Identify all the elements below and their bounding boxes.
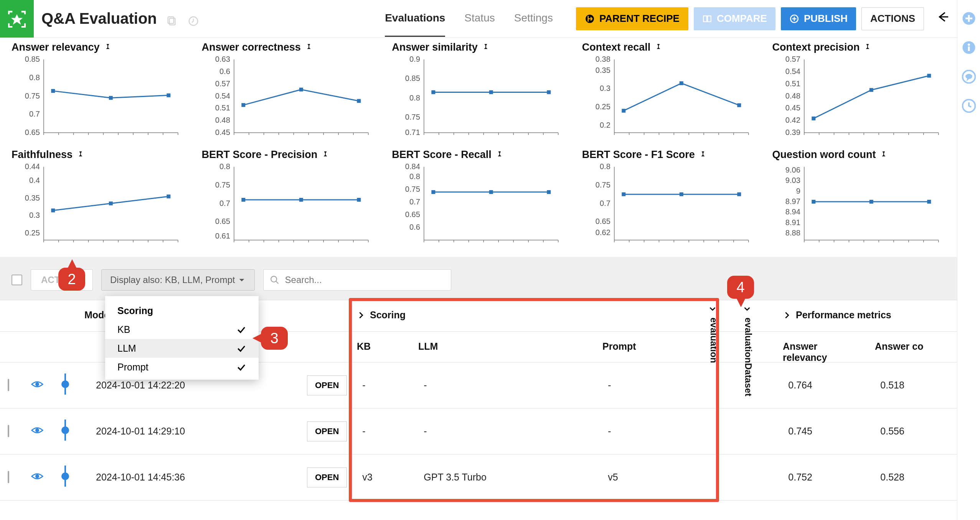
answer-correctness-header: Answer co <box>867 332 957 362</box>
pin-icon[interactable] <box>305 43 313 52</box>
mini-chart: BERT Score - Precision 0.610.650.70.750.… <box>202 149 375 249</box>
svg-rect-48 <box>357 99 361 103</box>
open-button[interactable]: OPEN <box>307 467 347 487</box>
svg-rect-109 <box>869 88 873 92</box>
open-button[interactable]: OPEN <box>307 375 347 395</box>
copy-icon[interactable] <box>167 13 178 25</box>
svg-rect-67 <box>489 90 493 94</box>
svg-rect-66 <box>431 90 435 94</box>
back-arrow-icon[interactable] <box>936 10 949 27</box>
svg-rect-170 <box>489 190 493 194</box>
tab-status[interactable]: Status <box>464 0 495 37</box>
svg-text:0.7: 0.7 <box>219 199 230 207</box>
tab-evaluations[interactable]: Evaluations <box>385 0 445 37</box>
pin-icon[interactable] <box>654 43 663 52</box>
info-icon[interactable] <box>962 41 976 54</box>
history-icon[interactable] <box>962 99 976 113</box>
row-checkbox[interactable] <box>8 425 9 437</box>
prompt-cell: - <box>600 416 711 446</box>
evaluationdataset-collapsed-header[interactable]: evaluationDataset <box>743 315 754 396</box>
parent-recipe-button[interactable]: PARENT RECIPE <box>576 7 688 30</box>
llm-cell: - <box>416 370 600 400</box>
svg-rect-24 <box>51 89 55 93</box>
visibility-icon[interactable] <box>23 415 54 448</box>
svg-text:0.57: 0.57 <box>785 56 800 63</box>
scoring-header[interactable]: Scoring <box>357 309 698 321</box>
svg-rect-86 <box>622 109 625 113</box>
svg-rect-88 <box>737 103 741 107</box>
svg-text:0.75: 0.75 <box>405 113 420 121</box>
svg-text:0.6: 0.6 <box>219 67 230 76</box>
svg-text:0.48: 0.48 <box>215 116 230 124</box>
svg-rect-46 <box>241 103 245 107</box>
svg-text:0.85: 0.85 <box>25 56 40 63</box>
pin-icon[interactable] <box>879 151 888 159</box>
publish-button[interactable]: PUBLISH <box>781 7 856 30</box>
dropdown-item[interactable]: LLM <box>105 339 259 358</box>
svg-text:0.84: 0.84 <box>405 163 420 171</box>
dropdown-heading: Scoring <box>105 301 259 320</box>
search-box[interactable] <box>263 269 451 291</box>
svg-rect-4 <box>703 16 707 21</box>
row-checkbox[interactable] <box>8 379 9 391</box>
page-actions-button[interactable]: ACTIONS <box>861 7 924 30</box>
svg-text:0.63: 0.63 <box>215 56 230 63</box>
chat-icon[interactable] <box>962 70 976 84</box>
chart-title: Answer similarity <box>392 41 478 53</box>
table-toolbar: ACTIONS Display also: KB, LLM, Prompt Sc… <box>0 265 957 300</box>
svg-rect-129 <box>109 202 113 206</box>
pin-icon[interactable] <box>321 151 330 159</box>
chevron-down-icon <box>238 276 246 284</box>
display-also-label: Display also: KB, LLM, Prompt <box>110 275 235 285</box>
refresh-icon[interactable] <box>188 13 199 25</box>
performance-metrics-header[interactable]: Performance metrics <box>783 309 949 321</box>
dropdown-item[interactable]: Prompt <box>105 358 259 377</box>
svg-text:0.57: 0.57 <box>215 79 230 88</box>
svg-text:0.65: 0.65 <box>405 210 420 219</box>
timestamp-cell: 2024-10-01 14:29:10 <box>84 416 299 446</box>
svg-text:0.38: 0.38 <box>596 56 610 63</box>
open-button[interactable]: OPEN <box>307 421 347 441</box>
dropdown-item-label: KB <box>117 324 130 335</box>
svg-text:9.06: 9.06 <box>785 166 800 174</box>
svg-text:0.8: 0.8 <box>219 163 230 171</box>
svg-text:0.75: 0.75 <box>405 185 420 193</box>
svg-text:0.65: 0.65 <box>596 217 610 225</box>
pin-icon[interactable] <box>104 43 112 52</box>
svg-text:0.44: 0.44 <box>25 163 40 171</box>
search-icon <box>270 275 280 285</box>
svg-text:0.54: 0.54 <box>215 92 230 100</box>
mini-chart: Context precision 0.390.420.450.480.510.… <box>772 41 945 142</box>
app-logo <box>0 0 34 38</box>
svg-text:0.6: 0.6 <box>409 223 420 231</box>
visibility-icon[interactable] <box>23 369 54 402</box>
scoring-llm-header: LLM <box>411 332 595 362</box>
pin-icon[interactable] <box>699 151 707 159</box>
page-title: Q&A Evaluation <box>41 10 157 27</box>
pin-icon[interactable] <box>76 151 85 159</box>
svg-text:9.03: 9.03 <box>785 176 800 184</box>
svg-text:0.45: 0.45 <box>215 128 230 137</box>
svg-text:0.9: 0.9 <box>409 56 420 63</box>
pin-icon[interactable] <box>482 43 490 52</box>
dropdown-item[interactable]: KB <box>105 320 259 339</box>
pin-icon[interactable] <box>863 43 872 52</box>
visibility-icon[interactable] <box>23 461 54 494</box>
add-icon[interactable] <box>962 12 976 25</box>
answer-correctness-cell: 0.528 <box>873 462 957 492</box>
evaluation-collapsed-header[interactable]: evaluation <box>708 315 719 363</box>
select-all-checkbox[interactable] <box>12 275 22 285</box>
search-input[interactable] <box>285 275 445 285</box>
answer-relevancy-cell: 0.752 <box>780 462 873 492</box>
row-checkbox[interactable] <box>8 471 9 483</box>
chevron-down-icon[interactable] <box>708 304 717 313</box>
scoring-kb-header: KB <box>349 332 411 362</box>
tab-settings[interactable]: Settings <box>514 0 553 37</box>
svg-text:0.2: 0.2 <box>600 121 610 129</box>
pin-icon[interactable] <box>495 151 504 159</box>
compare-button[interactable]: COMPARE <box>694 7 775 30</box>
timeline-dot-icon <box>61 380 69 388</box>
callout-3: 3 <box>261 327 288 350</box>
display-also-dropdown[interactable]: Display also: KB, LLM, Prompt <box>101 269 255 291</box>
answer-relevancy-cell: 0.745 <box>780 416 873 446</box>
